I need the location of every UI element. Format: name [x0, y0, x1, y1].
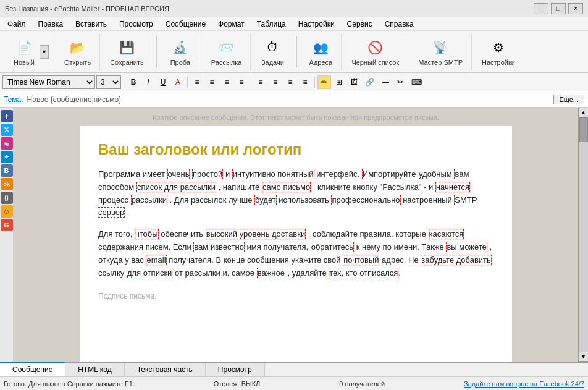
ok-button[interactable]: ok: [1, 178, 13, 190]
smile-button[interactable]: ☺: [1, 205, 13, 218]
social-sidebar: f 𝕏 ig ✈ B ok {} ☺ G: [0, 108, 14, 362]
settings-icon: ⚙: [489, 38, 508, 57]
email-signature: Подпись письма.: [98, 292, 494, 300]
block-button[interactable]: 🚫 Черный список: [348, 36, 403, 68]
subject-more-button[interactable]: Еще...: [553, 95, 584, 104]
menu-settings[interactable]: Настройки: [293, 19, 340, 30]
toolbar-group-probe: 🔬 Проба: [160, 33, 201, 70]
menu-file[interactable]: Файл: [2, 19, 31, 30]
block-icon: 🚫: [366, 38, 385, 57]
spell-word: касаются: [429, 229, 464, 239]
send-button[interactable]: 📨 Рассылка: [208, 36, 246, 68]
menu-insert[interactable]: Вставить: [70, 19, 112, 30]
toolbar-group-new: 📄 Новый ▼: [4, 33, 54, 70]
toolbar-group-open: 📂 Открыть: [56, 33, 100, 70]
menu-table[interactable]: Таблица: [252, 19, 291, 30]
probe-button[interactable]: 🔬 Проба: [165, 36, 196, 68]
underline-button[interactable]: U: [156, 75, 170, 89]
tasks-button[interactable]: ⏱ Задачи: [257, 36, 288, 68]
new-label: Новый: [14, 59, 35, 66]
editor-content[interactable]: Краткое описание сообщения. Этот текст м…: [14, 108, 578, 362]
tasks-label: Задачи: [261, 59, 284, 66]
spell-word: важное: [257, 268, 285, 278]
new-icon: 📄: [14, 38, 34, 57]
instagram-button[interactable]: ig: [1, 137, 13, 150]
outdent-button[interactable]: ≡: [298, 75, 312, 89]
spell-word: начнется: [435, 182, 470, 192]
minimize-button[interactable]: —: [534, 3, 548, 14]
spell-word: для отписки: [127, 268, 172, 278]
addr-button[interactable]: 👥 Адреса: [305, 36, 336, 68]
format-sep-2: [187, 77, 188, 88]
spell-word: Импортируйте: [362, 169, 417, 179]
menu-service[interactable]: Сервис: [342, 19, 377, 30]
scrollbar-down-button[interactable]: ▼: [579, 352, 589, 362]
toolbar-group-save: 💾 Сохранить: [101, 33, 153, 70]
menu-help[interactable]: Справка: [380, 19, 419, 30]
highlight-button[interactable]: ✏: [317, 75, 331, 89]
image-button[interactable]: 🖼: [347, 75, 361, 89]
telegram-button[interactable]: ✈: [1, 151, 13, 163]
spell-word: вам: [454, 169, 469, 179]
status-middle-text: Отслеж. ВЫКЛ: [214, 380, 261, 388]
tab-preview[interactable]: Просмотр: [206, 363, 265, 376]
smtp-button[interactable]: 📡 Мастер SMTP: [414, 36, 466, 68]
ordered-list-button[interactable]: ≡: [269, 75, 282, 89]
window-controls: — □ ✕: [534, 3, 583, 14]
save-button[interactable]: 💾 Сохранить: [106, 36, 148, 68]
scrollbar-up-button[interactable]: ▲: [579, 108, 589, 117]
twitter-button[interactable]: 𝕏: [1, 124, 13, 136]
format-bar: Times New Roman Arial Verdana 1234567 B …: [0, 73, 588, 91]
google-button[interactable]: G: [1, 219, 13, 231]
tab-html[interactable]: HTML код: [65, 363, 124, 376]
subject-bar: Тема: Еще...: [0, 91, 588, 108]
email-body[interactable]: Ваш заголовок или логотип Программа имее…: [80, 126, 512, 362]
tasks-icon: ⏱: [262, 38, 282, 57]
menu-view[interactable]: Просмотр: [114, 19, 158, 30]
scrollbar-thumb[interactable]: [579, 117, 588, 142]
align-left-button[interactable]: ≡: [190, 75, 204, 89]
settings-button[interactable]: ⚙ Настройки: [478, 36, 519, 68]
format-sep-3: [251, 77, 251, 88]
save-label: Сохранить: [110, 59, 144, 66]
align-right-button[interactable]: ≡: [220, 75, 233, 89]
spell-word: рассылки: [131, 195, 167, 205]
align-center-button[interactable]: ≡: [205, 75, 219, 89]
spell-word: почтовый: [343, 255, 379, 265]
tab-text[interactable]: Текстовая часть: [125, 363, 206, 376]
status-bar: Готово. Для вызова Справки нажмите F1. О…: [0, 376, 588, 390]
align-justify-button[interactable]: ≡: [235, 75, 248, 89]
special-button[interactable]: ✂: [393, 75, 407, 89]
spell-word: будет: [254, 195, 277, 205]
new-button[interactable]: 📄 Новый: [9, 36, 40, 68]
new-dropdown[interactable]: ▼: [40, 45, 49, 59]
bold-button[interactable]: B: [127, 75, 140, 89]
tab-message[interactable]: Сообщение: [0, 362, 65, 376]
status-link[interactable]: Задайте нам вопрос на Facebook 24/7: [464, 380, 584, 388]
font-select[interactable]: Times New Roman Arial Verdana: [2, 75, 95, 89]
spell-word: тех, кто отписался: [329, 268, 398, 278]
menu-bar: Файл Правка Вставить Просмотр Сообщение …: [0, 17, 588, 31]
color-button[interactable]: A: [171, 75, 185, 89]
editor-scrollbar: ▲ ▼: [578, 108, 588, 362]
list-button[interactable]: ≡: [254, 75, 267, 89]
source-button[interactable]: ⌨: [408, 75, 425, 89]
hr-button[interactable]: —: [379, 75, 392, 89]
close-button[interactable]: ✕: [568, 3, 583, 14]
open-button[interactable]: 📂 Открыть: [61, 36, 94, 68]
braces-button[interactable]: {}: [1, 192, 13, 204]
maximize-button[interactable]: □: [551, 3, 566, 14]
spell-word: чтобы: [135, 229, 159, 239]
size-select[interactable]: 1234567: [96, 75, 121, 89]
italic-button[interactable]: I: [141, 75, 155, 89]
vk-button[interactable]: B: [1, 164, 13, 177]
facebook-button[interactable]: f: [1, 110, 13, 122]
table-button[interactable]: ⊞: [332, 75, 346, 89]
menu-edit[interactable]: Правка: [33, 19, 69, 30]
menu-format[interactable]: Формат: [213, 19, 250, 30]
link-button[interactable]: 🔗: [362, 75, 377, 89]
menu-message[interactable]: Сообщение: [161, 19, 211, 30]
subject-input[interactable]: [27, 95, 550, 104]
scrollbar-track[interactable]: [579, 117, 588, 352]
indent-button[interactable]: ≡: [284, 75, 297, 89]
